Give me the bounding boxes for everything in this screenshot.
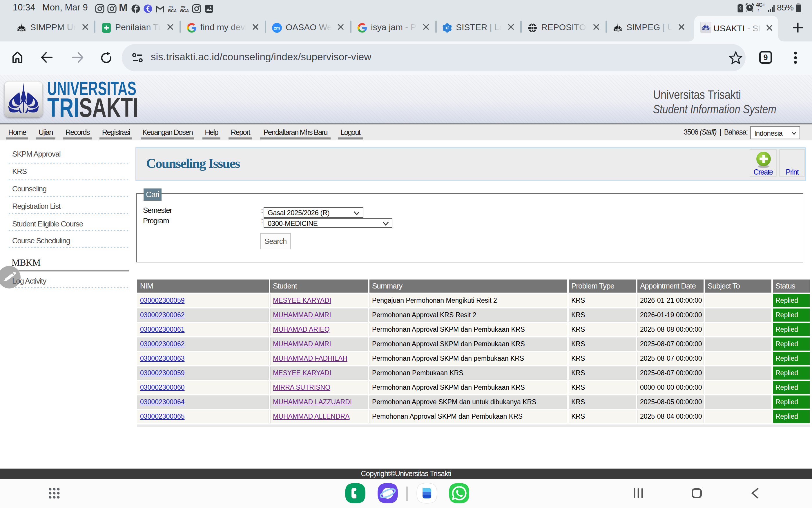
svg-text:zm: zm <box>274 26 280 31</box>
svg-text:my: my <box>169 5 174 8</box>
svg-text:BCA: BCA <box>180 8 189 13</box>
svg-text:BCA: BCA <box>168 8 177 13</box>
svg-text:my: my <box>181 5 186 8</box>
